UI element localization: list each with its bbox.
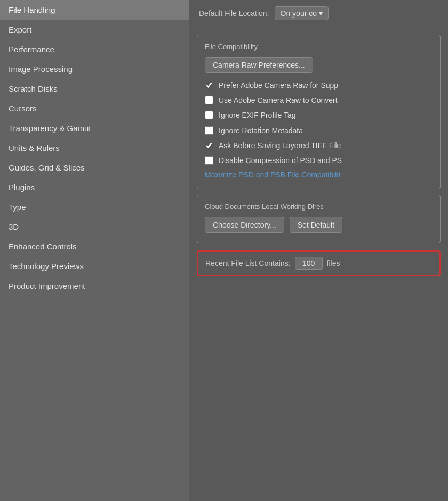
- checkbox-use-adobe-convert[interactable]: [205, 96, 213, 104]
- checkbox-row-disable-compression: Disable Compression of PSD and PS: [205, 156, 433, 165]
- checkbox-label-ignore-rotation: Ignore Rotation Metadata: [219, 126, 303, 135]
- checkbox-row-prefer-adobe: Prefer Adobe Camera Raw for Supp: [205, 80, 433, 90]
- checkbox-ignore-exif[interactable]: [205, 111, 213, 119]
- main-content: Default File Location: On your co ▾ File…: [189, 0, 448, 501]
- checkbox-ignore-rotation[interactable]: [205, 126, 213, 135]
- checkbox-row-ignore-rotation: Ignore Rotation Metadata: [205, 126, 433, 135]
- recent-file-list-input[interactable]: [295, 257, 323, 270]
- set-default-button[interactable]: Set Default: [290, 217, 342, 233]
- default-file-location-label: Default File Location:: [199, 9, 269, 18]
- sidebar-item-guides-grid-slices[interactable]: Guides, Grid & Slices: [0, 158, 189, 177]
- top-bar: Default File Location: On your co ▾: [189, 0, 448, 27]
- cloud-documents-title: Cloud Documents Local Working Direc: [205, 203, 433, 211]
- sidebar-item-scratch-disks[interactable]: Scratch Disks: [0, 79, 189, 99]
- checkbox-disable-compression[interactable]: [205, 156, 213, 165]
- checkbox-label-use-adobe-convert: Use Adobe Camera Raw to Convert: [219, 95, 338, 105]
- checkbox-ask-before-saving[interactable]: [205, 141, 213, 150]
- recent-files-bar: Recent File List Contains: files: [197, 250, 441, 276]
- recent-file-list-suffix: files: [327, 259, 340, 268]
- sidebar-item-image-processing[interactable]: Image Processing: [0, 59, 189, 79]
- checkbox-row-ignore-exif: Ignore EXIF Profile Tag: [205, 110, 433, 120]
- sidebar-item-file-handling[interactable]: File Handling: [0, 0, 189, 20]
- sidebar-item-technology-previews[interactable]: Technology Previews: [0, 256, 189, 276]
- sidebar: File HandlingExportPerformanceImage Proc…: [0, 0, 189, 501]
- sidebar-item-units-rulers[interactable]: Units & Rulers: [0, 138, 189, 158]
- sidebar-item-product-improvement[interactable]: Product Improvement: [0, 276, 189, 296]
- default-file-location-dropdown[interactable]: On your co ▾: [275, 6, 329, 20]
- checkbox-label-ignore-exif: Ignore EXIF Profile Tag: [219, 110, 295, 120]
- checkboxes-container: Prefer Adobe Camera Raw for SuppUse Adob…: [205, 80, 433, 165]
- camera-raw-preferences-button[interactable]: Camera Raw Preferences...: [205, 57, 313, 73]
- checkbox-label-prefer-adobe: Prefer Adobe Camera Raw for Supp: [219, 80, 338, 90]
- sidebar-item-export[interactable]: Export: [0, 20, 189, 39]
- recent-file-list-label: Recent File List Contains:: [205, 259, 291, 268]
- file-compatibility-section: File Compatibility Camera Raw Preference…: [197, 35, 441, 189]
- dropdown-value: On your co: [281, 9, 317, 18]
- sidebar-item-transparency-gamut[interactable]: Transparency & Gamut: [0, 118, 189, 138]
- sidebar-item-performance[interactable]: Performance: [0, 39, 189, 59]
- checkbox-label-ask-before-saving: Ask Before Saving Layered TIFF File: [219, 141, 341, 150]
- sidebar-item-3d[interactable]: 3D: [0, 217, 189, 237]
- checkbox-label-disable-compression: Disable Compression of PSD and PS: [219, 156, 342, 165]
- sidebar-item-cursors[interactable]: Cursors: [0, 99, 189, 118]
- checkbox-row-use-adobe-convert: Use Adobe Camera Raw to Convert: [205, 95, 433, 105]
- file-compatibility-title: File Compatibility: [205, 43, 433, 51]
- sidebar-item-plugins[interactable]: Plugins: [0, 177, 189, 197]
- chevron-down-icon: ▾: [319, 9, 323, 18]
- sidebar-item-enhanced-controls[interactable]: Enhanced Controls: [0, 237, 189, 256]
- cloud-documents-section: Cloud Documents Local Working Direc Choo…: [197, 195, 441, 243]
- choose-directory-button[interactable]: Choose Directory...: [205, 217, 284, 233]
- cloud-buttons-row: Choose Directory... Set Default: [205, 217, 433, 233]
- sidebar-item-type[interactable]: Type: [0, 197, 189, 217]
- checkbox-row-ask-before-saving: Ask Before Saving Layered TIFF File: [205, 141, 433, 150]
- maximize-psd-label[interactable]: Maximize PSD and PSB File Compatibilit: [205, 171, 433, 179]
- checkbox-prefer-adobe[interactable]: [205, 81, 213, 90]
